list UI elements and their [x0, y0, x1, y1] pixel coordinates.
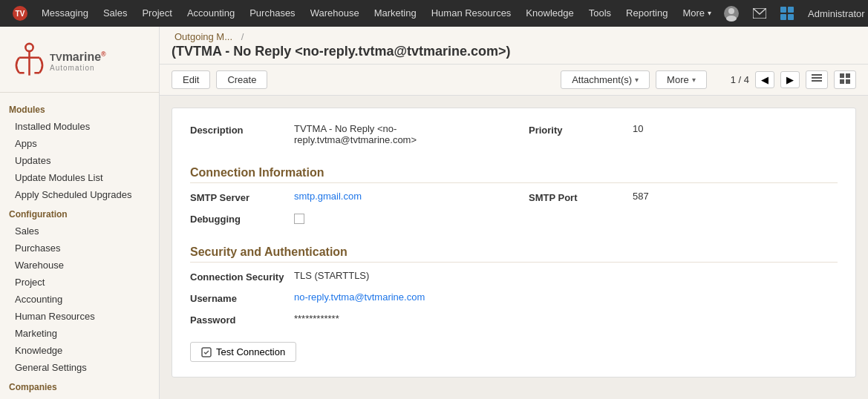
mail-icon: [753, 8, 766, 19]
nav-home[interactable]: TV: [6, 0, 34, 27]
connection-security-label: Connection Security: [190, 270, 294, 283]
connection-security-row: Connection Security TLS (STARTTLS): [190, 270, 838, 283]
sidebar-item-apps[interactable]: Apps: [0, 135, 159, 152]
svg-rect-9: [788, 14, 794, 20]
erp-icon: [780, 6, 794, 21]
smtp-server-value[interactable]: smtp.gmail.com: [294, 191, 499, 202]
sidebar-item-conf-accounting[interactable]: Accounting: [0, 291, 159, 308]
connection-col-right: SMTP Port 587: [499, 191, 838, 234]
nav-hr[interactable]: Human Resources: [424, 0, 519, 27]
description-value: TVTMA - No Reply <no-reply.tvtma@tvtmari…: [294, 123, 499, 145]
nav-tools[interactable]: Tools: [581, 0, 619, 27]
user-name: Administrator: [808, 8, 865, 19]
breadcrumb-parent[interactable]: Outgoing M...: [174, 31, 232, 42]
top-navbar: TV Messaging Sales Project Accounting Pu…: [0, 0, 868, 27]
page-title: (TVTMA - No Reply <no-reply.tvtma@tvtmar…: [172, 44, 856, 59]
more-button[interactable]: More ▾: [656, 70, 707, 89]
list-view-icon: [812, 73, 822, 84]
edit-button[interactable]: Edit: [172, 70, 210, 89]
sidebar-item-conf-hr[interactable]: Human Resources: [0, 308, 159, 325]
debugging-checkbox-display[interactable]: [294, 214, 304, 224]
username-row: Username no-reply.tvtma@tvtmarine.com: [190, 291, 838, 304]
smtp-server-row: SMTP Server smtp.gmail.com: [190, 191, 499, 203]
svg-rect-8: [780, 14, 786, 20]
attachments-button[interactable]: Attachment(s) ▾: [561, 70, 650, 89]
password-row: Password ************: [190, 313, 838, 326]
svg-text:TV: TV: [16, 10, 25, 18]
password-label: Password: [190, 313, 294, 326]
connection-row: SMTP Server smtp.gmail.com Debugging SMT…: [190, 191, 838, 234]
sidebar-item-conf-project[interactable]: Project: [0, 274, 159, 291]
test-connection-button[interactable]: Test Connection: [190, 342, 296, 362]
nav-project[interactable]: Project: [134, 0, 179, 27]
nav-marketing[interactable]: Marketing: [367, 0, 424, 27]
svg-rect-19: [846, 73, 850, 78]
logo-icon: [9, 39, 50, 83]
nav-purchases[interactable]: Purchases: [242, 0, 302, 27]
nav-reporting[interactable]: Reporting: [619, 0, 675, 27]
nav-more[interactable]: More ▾: [675, 0, 719, 27]
smtp-port-value: 587: [633, 191, 838, 202]
priority-row: Priority 10: [529, 123, 643, 136]
main-layout: TVmarine® Automation Modules Installed M…: [0, 27, 868, 399]
sidebar-item-conf-purchases[interactable]: Purchases: [0, 240, 159, 257]
pager-prev-button[interactable]: ◀: [755, 71, 774, 88]
svg-rect-7: [788, 7, 794, 13]
debugging-checkbox[interactable]: [294, 212, 499, 224]
smtp-port-row: SMTP Port 587: [529, 191, 838, 203]
sidebar-item-updates[interactable]: Updates: [0, 152, 159, 169]
svg-rect-16: [812, 77, 822, 79]
modules-section-title: Modules: [0, 99, 159, 118]
list-view-button[interactable]: [806, 70, 828, 89]
smtp-server-label: SMTP Server: [190, 191, 294, 203]
smtp-port-label: SMTP Port: [529, 191, 633, 203]
connection-section-title: Connection Information: [190, 166, 838, 183]
sidebar-item-update-modules-list[interactable]: Update Modules List: [0, 169, 159, 186]
svg-rect-17: [812, 80, 822, 82]
user-avatar-icon: [723, 5, 740, 22]
nav-accounting[interactable]: Accounting: [180, 0, 242, 27]
breadcrumb: Outgoing M... /: [172, 31, 856, 42]
nav-knowledge[interactable]: Knowledge: [518, 0, 581, 27]
sidebar-logo: TVmarine® Automation: [0, 33, 159, 93]
security-col-left: Connection Security TLS (STARTTLS) Usern…: [190, 270, 838, 334]
create-button[interactable]: Create: [216, 70, 267, 89]
mail-icon-btn[interactable]: [748, 5, 771, 22]
connection-col-left: SMTP Server smtp.gmail.com Debugging: [190, 191, 499, 234]
nav-warehouse[interactable]: Warehouse: [303, 0, 367, 27]
debugging-row: Debugging: [190, 212, 499, 225]
sidebar-item-conf-knowledge[interactable]: Knowledge: [0, 342, 159, 359]
attachments-dropdown-arrow: ▾: [635, 76, 639, 84]
sidebar-item-conf-sales[interactable]: Sales: [0, 222, 159, 240]
sidebar-item-conf-warehouse[interactable]: Warehouse: [0, 257, 159, 274]
svg-rect-6: [780, 7, 786, 13]
sidebar-item-conf-general[interactable]: General Settings: [0, 359, 159, 376]
toolbar: Edit Create Attachment(s) ▾ More ▾ 1 / 4…: [160, 65, 868, 96]
security-section-title: Security and Authentication: [190, 245, 838, 263]
pager-next-button[interactable]: ▶: [780, 71, 800, 88]
form-top-row: Description TVTMA - No Reply <no-reply.t…: [190, 123, 838, 154]
nav-sales[interactable]: Sales: [96, 0, 135, 27]
logo-sub-text: Automation: [50, 64, 106, 72]
svg-rect-20: [840, 79, 844, 84]
form-view-icon: [840, 73, 850, 84]
sidebar-item-conf-marketing[interactable]: Marketing: [0, 325, 159, 342]
priority-value: 10: [633, 123, 643, 134]
form-view-button[interactable]: [834, 70, 856, 89]
user-menu[interactable]: Administrator ▾: [803, 8, 868, 19]
description-label: Description: [190, 123, 294, 136]
description-row: Description TVTMA - No Reply <no-reply.t…: [190, 123, 499, 145]
main-content: Outgoing M... / (TVTMA - No Reply <no-re…: [160, 27, 868, 399]
sidebar-item-installed-modules[interactable]: Installed Modules: [0, 118, 159, 135]
erp-icon-btn[interactable]: [775, 3, 799, 24]
logo-text-area: TVmarine® Automation: [50, 50, 106, 72]
sidebar-item-apply-scheduled-upgrades[interactable]: Apply Scheduled Upgrades: [0, 186, 159, 203]
svg-point-4: [726, 16, 737, 22]
svg-point-10: [25, 44, 33, 51]
nav-messaging[interactable]: Messaging: [34, 0, 96, 27]
user-avatar-btn[interactable]: [719, 2, 744, 24]
username-value: no-reply.tvtma@tvtmarine.com: [294, 291, 838, 303]
more-dropdown-arrow: ▾: [692, 76, 696, 84]
svg-rect-21: [846, 79, 850, 84]
sidebar-item-companies[interactable]: Companies: [0, 395, 159, 399]
